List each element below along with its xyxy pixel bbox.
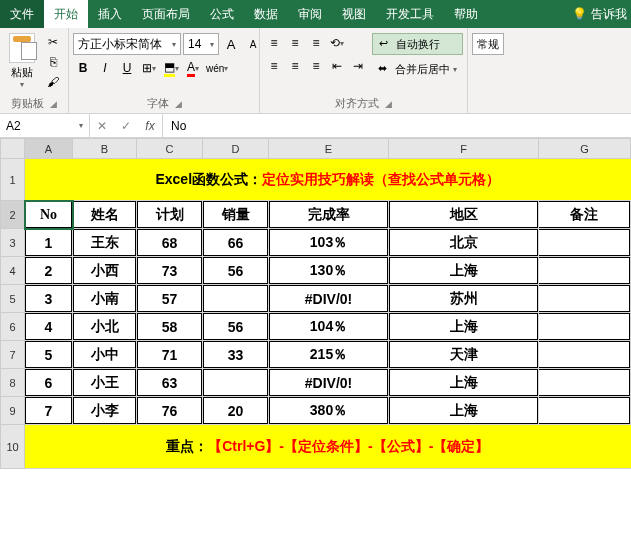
col-header-F[interactable]: F bbox=[389, 139, 539, 159]
col-header-A[interactable]: A bbox=[25, 139, 73, 159]
cell-G9[interactable] bbox=[539, 397, 630, 424]
cell-B7[interactable]: 小中 bbox=[73, 341, 136, 368]
cell-F8[interactable]: 上海 bbox=[389, 369, 538, 396]
cell-F4[interactable]: 上海 bbox=[389, 257, 538, 284]
clipboard-dialog-launcher[interactable]: ◢ bbox=[50, 99, 57, 109]
underline-button[interactable]: U bbox=[117, 58, 137, 78]
cell-A8[interactable]: 6 bbox=[25, 369, 72, 396]
cell-B2[interactable]: 姓名 bbox=[73, 201, 136, 228]
cell-F3[interactable]: 北京 bbox=[389, 229, 538, 256]
cell-F2[interactable]: 地区 bbox=[389, 201, 538, 228]
format-painter-button[interactable]: 🖌 bbox=[42, 73, 64, 91]
cell-E6[interactable]: 104％ bbox=[269, 313, 388, 340]
indent-decrease-button[interactable]: ⇤ bbox=[327, 56, 347, 76]
row-header-8[interactable]: 8 bbox=[1, 369, 25, 397]
col-header-B[interactable]: B bbox=[73, 139, 137, 159]
cell-G3[interactable] bbox=[539, 229, 630, 256]
align-center-button[interactable]: ≡ bbox=[285, 56, 305, 76]
menu-page-layout[interactable]: 页面布局 bbox=[132, 0, 200, 28]
col-header-E[interactable]: E bbox=[269, 139, 389, 159]
cell-B6[interactable]: 小北 bbox=[73, 313, 136, 340]
cell-D6[interactable]: 56 bbox=[203, 313, 268, 340]
align-top-button[interactable]: ≡ bbox=[264, 33, 284, 53]
cell-D4[interactable]: 56 bbox=[203, 257, 268, 284]
fill-color-button[interactable]: ⬒▾ bbox=[161, 58, 181, 78]
cell-A5[interactable]: 3 bbox=[25, 285, 72, 312]
cell-E8[interactable]: #DIV/0! bbox=[269, 369, 388, 396]
phonetic-button[interactable]: wén▾ bbox=[205, 58, 229, 78]
cell-E3[interactable]: 103％ bbox=[269, 229, 388, 256]
cell-A9[interactable]: 7 bbox=[25, 397, 72, 424]
cell-B3[interactable]: 王东 bbox=[73, 229, 136, 256]
row-header-9[interactable]: 9 bbox=[1, 397, 25, 425]
cell-E9[interactable]: 380％ bbox=[269, 397, 388, 424]
menu-review[interactable]: 审阅 bbox=[288, 0, 332, 28]
cell-B4[interactable]: 小西 bbox=[73, 257, 136, 284]
col-header-G[interactable]: G bbox=[539, 139, 631, 159]
menu-view[interactable]: 视图 bbox=[332, 0, 376, 28]
row-header-1[interactable]: 1 bbox=[1, 159, 25, 201]
cell-D9[interactable]: 20 bbox=[203, 397, 268, 424]
menu-file[interactable]: 文件 bbox=[0, 0, 44, 28]
align-middle-button[interactable]: ≡ bbox=[285, 33, 305, 53]
cell-F5[interactable]: 苏州 bbox=[389, 285, 538, 312]
cell-A7[interactable]: 5 bbox=[25, 341, 72, 368]
name-box[interactable]: A2 ▾ bbox=[0, 114, 90, 137]
cell-B9[interactable]: 小李 bbox=[73, 397, 136, 424]
align-left-button[interactable]: ≡ bbox=[264, 56, 284, 76]
indent-increase-button[interactable]: ⇥ bbox=[348, 56, 368, 76]
italic-button[interactable]: I bbox=[95, 58, 115, 78]
align-bottom-button[interactable]: ≡ bbox=[306, 33, 326, 53]
cell-C6[interactable]: 58 bbox=[137, 313, 202, 340]
row-header-5[interactable]: 5 bbox=[1, 285, 25, 313]
cell-G5[interactable] bbox=[539, 285, 630, 312]
cell-C5[interactable]: 57 bbox=[137, 285, 202, 312]
cell-G2[interactable]: 备注 bbox=[539, 201, 630, 228]
font-dialog-launcher[interactable]: ◢ bbox=[175, 99, 182, 109]
cell-C8[interactable]: 63 bbox=[137, 369, 202, 396]
cell-D3[interactable]: 66 bbox=[203, 229, 268, 256]
insert-function-button[interactable]: fx bbox=[138, 119, 162, 133]
cell-D7[interactable]: 33 bbox=[203, 341, 268, 368]
cell-A3[interactable]: 1 bbox=[25, 229, 72, 256]
select-all-corner[interactable] bbox=[1, 139, 25, 159]
cell-A6[interactable]: 4 bbox=[25, 313, 72, 340]
wrap-text-button[interactable]: ↩ 自动换行 bbox=[372, 33, 463, 55]
cell-G6[interactable] bbox=[539, 313, 630, 340]
cell-E7[interactable]: 215％ bbox=[269, 341, 388, 368]
increase-font-button[interactable]: A bbox=[221, 34, 241, 54]
cell-B5[interactable]: 小南 bbox=[73, 285, 136, 312]
worksheet[interactable]: A B C D E F G 1 Excel函数公式： 定位实用技巧解读（查找公式… bbox=[0, 138, 631, 469]
row-header-2[interactable]: 2 bbox=[1, 201, 25, 229]
cell-C9[interactable]: 76 bbox=[137, 397, 202, 424]
menu-help[interactable]: 帮助 bbox=[444, 0, 488, 28]
cell-E5[interactable]: #DIV/0! bbox=[269, 285, 388, 312]
row-header-4[interactable]: 4 bbox=[1, 257, 25, 285]
cell-D8[interactable] bbox=[203, 369, 268, 396]
font-size-select[interactable]: 14 ▾ bbox=[183, 33, 219, 55]
font-color-button[interactable]: A▾ bbox=[183, 58, 203, 78]
cell-A4[interactable]: 2 bbox=[25, 257, 72, 284]
cell-D5[interactable] bbox=[203, 285, 268, 312]
cancel-formula-button[interactable]: ✕ bbox=[90, 119, 114, 133]
menu-dev[interactable]: 开发工具 bbox=[376, 0, 444, 28]
cell-A2[interactable]: No bbox=[25, 201, 72, 228]
cell-F7[interactable]: 天津 bbox=[389, 341, 538, 368]
cell-F9[interactable]: 上海 bbox=[389, 397, 538, 424]
align-dialog-launcher[interactable]: ◢ bbox=[385, 99, 392, 109]
align-right-button[interactable]: ≡ bbox=[306, 56, 326, 76]
orientation-button[interactable]: ⟲▾ bbox=[327, 33, 347, 53]
bold-button[interactable]: B bbox=[73, 58, 93, 78]
menu-formulas[interactable]: 公式 bbox=[200, 0, 244, 28]
menu-data[interactable]: 数据 bbox=[244, 0, 288, 28]
cell-C2[interactable]: 计划 bbox=[137, 201, 202, 228]
menu-home[interactable]: 开始 bbox=[44, 0, 88, 28]
row-header-7[interactable]: 7 bbox=[1, 341, 25, 369]
col-header-C[interactable]: C bbox=[137, 139, 203, 159]
cell-G4[interactable] bbox=[539, 257, 630, 284]
cell-G7[interactable] bbox=[539, 341, 630, 368]
cell-C4[interactable]: 73 bbox=[137, 257, 202, 284]
font-name-select[interactable]: 方正小标宋简体 ▾ bbox=[73, 33, 181, 55]
cell-G8[interactable] bbox=[539, 369, 630, 396]
row-header-10[interactable]: 10 bbox=[1, 425, 25, 469]
